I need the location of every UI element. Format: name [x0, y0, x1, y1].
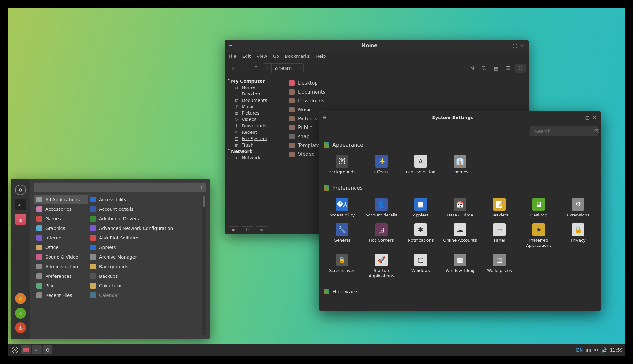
- settings-item-account-details[interactable]: 👤Account details: [362, 197, 400, 219]
- clock[interactable]: 11:59: [610, 347, 623, 353]
- sidebar-group-my-computer[interactable]: ˅My Computer: [226, 78, 284, 84]
- view-grid-button[interactable]: ▦: [491, 64, 501, 73]
- path-segment-home[interactable]: ⌂ team: [272, 64, 295, 73]
- settings-item-desktop[interactable]: 🖥Desktop: [520, 197, 558, 219]
- close-button[interactable]: ✕: [591, 115, 598, 120]
- hamburger-icon[interactable]: ☰: [228, 43, 235, 49]
- settings-body[interactable]: Appearance🖼Backgrounds✨EffectsAFont Sele…: [319, 139, 601, 311]
- settings-favorite-button[interactable]: ⚙: [15, 185, 26, 195]
- appmenu-search-field[interactable]: [37, 185, 199, 190]
- category-preferences[interactable]: Preferences: [34, 271, 88, 281]
- show-treeview-button[interactable]: ▥: [256, 226, 267, 233]
- settings-item-windows[interactable]: ▢Windows: [402, 252, 440, 279]
- settings-search-input[interactable]: ⌫: [530, 126, 598, 136]
- app-account-details[interactable]: Account details: [88, 204, 202, 214]
- sidebar-item-network[interactable]: 🖧Network: [226, 155, 284, 161]
- settings-item-themes[interactable]: 👔Themes: [441, 154, 479, 176]
- settings-item-online-accounts[interactable]: ☁Online Accounts: [441, 222, 479, 249]
- hamburger-icon[interactable]: ☰: [322, 115, 329, 120]
- app-backups[interactable]: Backups: [88, 271, 202, 281]
- settings-item-font-selection[interactable]: AFont Selection: [402, 154, 440, 176]
- path-forward[interactable]: ›: [295, 64, 303, 73]
- settings-item-applets[interactable]: ▦Applets: [402, 197, 440, 219]
- settings-item-extensions[interactable]: ⚙Extensions: [559, 197, 597, 219]
- sidebar-item-recent[interactable]: ↻Recent: [226, 129, 284, 135]
- sidebar-item-documents[interactable]: 🗎Documents: [226, 97, 284, 103]
- appmenu-search[interactable]: [34, 183, 206, 192]
- sidebar-item-pictures[interactable]: ▦Pictures: [226, 110, 284, 116]
- sidebar-item-videos[interactable]: ▷Videos: [226, 116, 284, 123]
- category-all-applications[interactable]: All Applications: [34, 195, 88, 204]
- folder-documents[interactable]: Documents: [286, 87, 528, 96]
- settings-item-window-tiling[interactable]: ▦Window Tiling: [441, 252, 479, 279]
- sidebar-item-home[interactable]: ⌂Home: [226, 84, 284, 91]
- app-advanced-network-configuration[interactable]: Advanced Network Configuration: [88, 224, 202, 233]
- settings-item-backgrounds[interactable]: 🖼Backgrounds: [323, 154, 361, 176]
- settings-item-preferred-applications[interactable]: ★Preferred Applications: [520, 222, 558, 249]
- search-field[interactable]: [535, 129, 591, 134]
- settings-item-general[interactable]: 🔧General: [323, 222, 361, 249]
- category-graphics[interactable]: Graphics: [34, 224, 88, 233]
- settings-item-workspaces[interactable]: ▦Workspaces: [481, 252, 519, 279]
- maximize-button[interactable]: ▢: [512, 43, 519, 49]
- volume-tray-icon[interactable]: 🔊: [601, 347, 607, 353]
- scrollbar-thumb[interactable]: [203, 196, 205, 207]
- sidebar-item-trash[interactable]: 🗑Trash: [226, 142, 284, 148]
- clear-icon[interactable]: ⌫: [593, 129, 600, 134]
- view-compact-button[interactable]: ⠿: [515, 64, 526, 73]
- category-places[interactable]: Places: [34, 281, 88, 291]
- category-administration[interactable]: Administration: [34, 262, 88, 271]
- fm-menu-view[interactable]: View: [257, 54, 267, 59]
- taskbar-terminal[interactable]: >_: [32, 345, 42, 354]
- app-aisleriot-solitaire[interactable]: AisleRiot Solitaire: [88, 233, 202, 243]
- settings-item-hot-corners[interactable]: ◲Hot Corners: [362, 222, 400, 249]
- path-back[interactable]: ‹: [263, 64, 272, 73]
- folder-desktop[interactable]: Desktop: [286, 79, 528, 87]
- taskbar-settings[interactable]: ⚙: [43, 345, 52, 354]
- settings-item-screensaver[interactable]: 🔒Screensaver: [323, 252, 361, 279]
- app-calendar[interactable]: Calendar: [88, 291, 202, 300]
- sidebar-group-network[interactable]: ˅Network: [226, 148, 284, 155]
- category-internet[interactable]: Internet: [34, 233, 88, 243]
- settings-item-desklets[interactable]: 📝Desklets: [481, 197, 519, 219]
- category-sound-video[interactable]: Sound & Video: [34, 252, 88, 262]
- path-bar[interactable]: ‹ ⌂ team ›: [263, 63, 304, 73]
- folder-downloads[interactable]: Downloads: [286, 96, 528, 105]
- lock-button[interactable]: 🔒: [15, 293, 26, 304]
- toggle-location-button[interactable]: ⇲: [467, 64, 477, 73]
- nav-forward-button[interactable]: ›: [240, 64, 249, 73]
- app-applets[interactable]: Applets: [88, 243, 202, 252]
- shutdown-button[interactable]: ⏻: [15, 322, 26, 333]
- settings-item-notifications[interactable]: ✱Notifications: [402, 222, 440, 249]
- menu-button[interactable]: [10, 345, 20, 354]
- close-button[interactable]: ✕: [519, 43, 526, 49]
- keyboard-layout-indicator[interactable]: EN: [576, 347, 583, 353]
- taskbar-files[interactable]: [21, 345, 31, 354]
- view-list-button[interactable]: ☰: [503, 64, 513, 73]
- fm-menu-file[interactable]: File: [229, 54, 236, 59]
- fm-menu-help[interactable]: Help: [316, 54, 326, 59]
- settings-titlebar[interactable]: ☰ System Settings — ▢ ✕: [319, 111, 601, 124]
- settings-item-panel[interactable]: ▭Panel: [481, 222, 519, 249]
- search-button[interactable]: [479, 64, 489, 73]
- fm-menu-go[interactable]: Go: [273, 54, 279, 59]
- sidebar-item-music[interactable]: ♪Music: [226, 103, 284, 110]
- sidebar-item-file-system[interactable]: ⊡File System: [226, 135, 284, 142]
- category-recent-files[interactable]: Recent Files: [34, 291, 88, 300]
- logout-button[interactable]: ⎋: [15, 308, 26, 319]
- app-backgrounds[interactable]: Backgrounds: [88, 262, 202, 271]
- settings-item-effects[interactable]: ✨Effects: [362, 154, 400, 176]
- fm-menu-bookmarks[interactable]: Bookmarks: [285, 54, 310, 59]
- category-accessories[interactable]: Accessories: [34, 204, 88, 214]
- show-places-button[interactable]: ▣: [228, 226, 239, 233]
- category-office[interactable]: Office: [34, 243, 88, 252]
- nav-up-button[interactable]: ˄: [251, 64, 261, 73]
- camera-tray-icon[interactable]: ▮▯: [586, 347, 591, 353]
- settings-item-accessibility[interactable]: �⅄Accessibility: [323, 197, 361, 219]
- app-additional-drivers[interactable]: Additional Drivers: [88, 214, 202, 224]
- app-archive-manager[interactable]: Archive Manager: [88, 252, 202, 262]
- nav-back-button[interactable]: ‹: [228, 64, 238, 73]
- maximize-button[interactable]: ▢: [584, 115, 591, 120]
- settings-item-startup-applications[interactable]: 🚀Startup Applications: [362, 252, 400, 279]
- category-games[interactable]: Games: [34, 214, 88, 224]
